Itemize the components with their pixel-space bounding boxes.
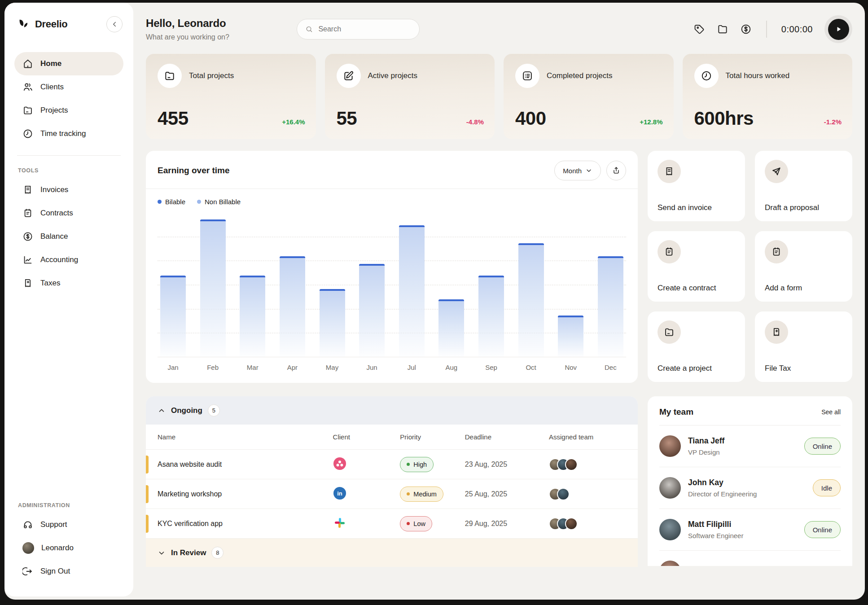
column-header-client: Client <box>333 433 400 441</box>
receipt-plus-icon <box>22 278 33 289</box>
in-review-section-header[interactable]: In Review 8 <box>146 539 638 567</box>
see-all-link[interactable]: See all <box>821 408 841 416</box>
sidebar-collapse-button[interactable] <box>106 16 123 32</box>
bar-dec[interactable] <box>598 256 623 357</box>
home-icon <box>22 58 33 69</box>
stat-card-completed-projects: Completed projects 400 +12.8% <box>504 54 674 139</box>
sidebar-tools-nav: InvoicesContractsBalanceAccountingTaxes <box>14 178 123 295</box>
sidebar-admin-nav: SupportLeonardoSign Out <box>14 513 123 583</box>
action-card-create-a-project[interactable]: Create a project <box>648 311 745 382</box>
table-row[interactable]: Asana website audit High 23 Aug, 2025 <box>146 450 638 479</box>
app-logo: Dreelio <box>17 18 67 31</box>
legend-dot <box>197 200 201 204</box>
legend-label: Bilable <box>165 198 185 206</box>
avatar <box>659 519 681 540</box>
team-member-matt-filipilli[interactable]: Matt Filipilli Software Engineer Online <box>659 509 841 551</box>
sidebar-item-clients[interactable]: Clients <box>14 75 123 99</box>
bar-jan[interactable] <box>160 276 186 357</box>
bar-feb[interactable] <box>200 219 226 357</box>
stats-row: Total projects 455 +16.4% Active project… <box>146 54 852 139</box>
avatar <box>659 435 681 457</box>
sidebar-item-accounting[interactable]: Accounting <box>14 248 123 272</box>
sidebar-item-home[interactable]: Home <box>14 52 123 75</box>
action-card-create-a-contract[interactable]: Create a contract <box>648 231 745 302</box>
bar-may[interactable] <box>320 289 345 357</box>
action-card-add-a-form[interactable]: Add a form <box>755 231 852 302</box>
deadline-cell: 25 Aug, 2025 <box>465 490 549 498</box>
projects-board-card: Ongoing 5 NameClientPriorityDeadlineAssi… <box>146 396 638 567</box>
client-cell <box>333 457 400 472</box>
play-icon <box>834 25 843 34</box>
column-header-name: Name <box>158 433 333 441</box>
sidebar-item-balance[interactable]: Balance <box>14 225 123 248</box>
bar-jun[interactable] <box>359 264 385 357</box>
bar-oct[interactable] <box>518 243 544 357</box>
dollar-circle-icon[interactable] <box>740 23 752 35</box>
sidebar-nav: HomeClientsProjectsTime tracking <box>14 52 123 145</box>
bar-sep[interactable] <box>478 276 504 357</box>
users-icon <box>22 82 33 92</box>
action-card-draft-a-proposal[interactable]: Draft a proposal <box>755 151 852 221</box>
bar-nov[interactable] <box>558 316 583 357</box>
sidebar-item-label: Taxes <box>40 279 60 288</box>
priority-dot <box>407 522 410 525</box>
sidebar-item-contracts[interactable]: Contracts <box>14 202 123 225</box>
sidebar-item-label: Home <box>40 59 61 68</box>
bar-aug[interactable] <box>438 299 464 357</box>
ongoing-count-badge: 5 <box>208 404 220 416</box>
avatar <box>659 477 681 499</box>
sidebar-item-label: Leonardo <box>41 544 74 552</box>
search-input[interactable] <box>318 25 411 33</box>
action-label: Draft a proposal <box>765 203 842 212</box>
sidebar-item-invoices[interactable]: Invoices <box>14 178 123 202</box>
folder-icon[interactable] <box>717 23 728 35</box>
row-accent-bar <box>146 485 149 503</box>
sidebar-item-label: Support <box>40 520 67 529</box>
export-chart-button[interactable] <box>606 161 626 180</box>
sidebar-item-projects[interactable]: Projects <box>14 99 123 122</box>
bar-jul[interactable] <box>399 225 425 357</box>
timer-play-button[interactable] <box>824 15 852 43</box>
bar-apr[interactable] <box>280 256 305 357</box>
my-team-card: My team See all Tiana Jeff VP Design Onl… <box>648 396 852 566</box>
receipt-icon <box>22 184 33 195</box>
sidebar-item-leonardo[interactable]: Leonardo <box>14 536 123 560</box>
x-axis-tick-label: Oct <box>518 364 544 371</box>
arrow-left-icon <box>110 20 118 28</box>
project-name: KYC verification app <box>158 520 333 528</box>
team-member-john-kay[interactable]: John Kay Director of Engineering Idle <box>659 467 841 509</box>
ongoing-section-header[interactable]: Ongoing 5 <box>146 396 638 425</box>
chart-divider <box>146 189 638 189</box>
sidebar-item-time-tracking[interactable]: Time tracking <box>14 122 123 145</box>
clipboard-icon <box>664 246 675 257</box>
administration-section-label: ADMINISTRATION <box>18 502 120 509</box>
search-icon <box>305 25 313 34</box>
column-header-deadline: Deadline <box>465 433 549 441</box>
table-row[interactable]: KYC verification app Low 29 Aug, 2025 <box>146 509 638 539</box>
priority-badge: Medium <box>400 487 443 502</box>
sidebar-item-sign-out[interactable]: Sign Out <box>14 560 123 583</box>
action-label: Create a project <box>658 364 735 373</box>
action-card-send-an-invoice[interactable]: Send an invoice <box>648 151 745 221</box>
row-accent-bar <box>146 515 149 533</box>
stat-delta: +16.4% <box>282 118 305 126</box>
project-name: Asana website audit <box>158 460 333 469</box>
sidebar-item-taxes[interactable]: Taxes <box>14 272 123 295</box>
chart-x-axis: JanFebMarAprMayJunJulAugSepOctNovDec <box>158 357 626 371</box>
period-select[interactable]: Month <box>554 161 601 180</box>
sidebar-item-support[interactable]: Support <box>14 513 123 536</box>
status-badge: Idle <box>813 479 841 496</box>
search-box[interactable] <box>297 19 420 39</box>
slack-logo <box>333 516 346 530</box>
table-row[interactable]: Marketing workshop in Medium 25 Aug, 202… <box>146 479 638 509</box>
tag-icon[interactable] <box>693 23 705 35</box>
bar-mar[interactable] <box>240 276 265 357</box>
x-axis-tick-label: Feb <box>200 364 226 371</box>
member-role: Director of Engineering <box>688 490 757 498</box>
action-label: File Tax <box>765 364 842 373</box>
stat-card-total-hours-worked: Total hours worked 600hrs -1.2% <box>683 54 853 139</box>
action-card-file-tax[interactable]: File Tax <box>755 311 852 382</box>
assigned-team-avatars <box>549 517 638 530</box>
member-role: Software Engineer <box>688 532 743 539</box>
team-member-tiana-jeff[interactable]: Tiana Jeff VP Design Online <box>659 425 841 467</box>
